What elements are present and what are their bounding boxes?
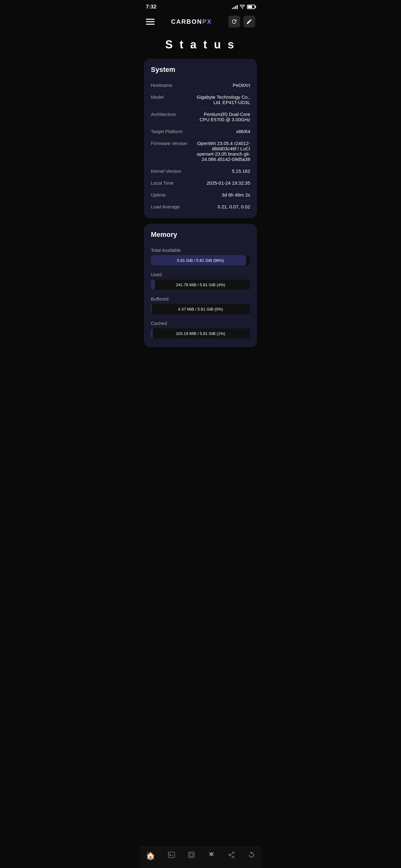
total-available-row: Total Available 5.61 GiB / 5.81 GiB (96%… [151,244,250,269]
hostname-row: Hostname PeDitXrt [151,80,250,91]
kernel-version-label: Kernel Version [151,168,195,174]
hostname-label: Hostname [151,83,195,88]
cached-bar: 103.19 MiB / 5.81 GiB (1%) [151,329,250,338]
used-text: 241.78 MiB / 5.81 GiB (4%) [151,282,250,287]
buffered-text: 4.37 MiB / 5.81 GiB (0%) [151,307,250,312]
kernel-version-value: 5.15.162 [195,168,250,174]
buffered-row: Buffered 4.37 MiB / 5.81 GiB (0%) [151,293,250,317]
firmware-version-row: Firmware Version OpenWrt 23.05.4 r24012-… [151,137,250,165]
target-platform-label: Target Platform [151,129,195,134]
local-time-row: Local Time 2025-01-24 19:32:35 [151,177,250,189]
model-value: Gigabyte Technology Co., Ltd. EP41T-UD3L [195,94,250,105]
hostname-value: PeDitXrt [195,83,250,88]
cached-label: Cached [151,320,250,326]
app-title-carbon: CARBON [171,18,202,25]
status-time: 7:32 [146,4,157,10]
total-available-label: Total Available [151,247,250,253]
architecture-value: Pentium(R) Dual-Core CPU E5700 @ 3.00GHz [195,112,250,122]
edit-button[interactable] [243,16,255,28]
load-average-label: Load Average [151,204,195,209]
firmware-version-value: OpenWrt 23.05.4 r24012-d8dd03c46f / LuCI… [195,141,250,162]
edit-icon [246,19,252,25]
target-platform-row: Target Platform x86/64 [151,126,250,137]
navbar-actions [228,16,255,28]
used-bar: 241.78 MiB / 5.81 GiB (4%) [151,280,250,290]
menu-button[interactable] [146,19,155,25]
model-label: Model [151,94,195,105]
buffered-bar: 4.37 MiB / 5.81 GiB (0%) [151,304,250,314]
uptime-row: Uptime 3d 6h 46m 2s [151,189,250,201]
total-available-bar: 5.61 GiB / 5.81 GiB (96%) [151,255,250,265]
wifi-icon [239,5,245,9]
status-icons [232,5,255,9]
architecture-row: Architecture Pentium(R) Dual-Core CPU E5… [151,108,250,126]
model-row: Model Gigabyte Technology Co., Ltd. EP41… [151,91,250,108]
cached-text: 103.19 MiB / 5.81 GiB (1%) [151,331,250,336]
used-label: Used [151,272,250,277]
local-time-value: 2025-01-24 19:32:35 [195,180,250,186]
cached-row: Cached 103.19 MiB / 5.81 GiB (1%) [151,317,250,342]
app-title: CARBONPX [171,18,212,25]
used-row: Used 241.78 MiB / 5.81 GiB (4%) [151,269,250,293]
signal-bars-icon [232,5,238,9]
battery-icon [247,5,255,9]
target-platform-value: x86/64 [195,129,250,134]
refresh-button[interactable] [228,16,240,28]
menu-line-1 [146,19,155,20]
menu-line-2 [146,21,155,22]
uptime-label: Uptime [151,192,195,197]
local-time-label: Local Time [151,180,195,186]
firmware-version-label: Firmware Version [151,141,195,162]
app-title-px: PX [202,18,212,25]
memory-card: Memory Total Available 5.61 GiB / 5.81 G… [144,224,257,347]
page-title: S t a t u s [140,38,261,51]
system-card: System Hostname PeDitXrt Model Gigabyte … [144,59,257,218]
page-title-section: S t a t u s [140,32,261,59]
memory-card-title: Memory [151,230,250,239]
buffered-label: Buffered [151,296,250,302]
load-average-row: Load Average 0.21, 0.07, 0.02 [151,201,250,213]
system-card-title: System [151,66,250,74]
architecture-label: Architecture [151,112,195,122]
status-bar: 7:32 [140,0,261,12]
uptime-value: 3d 6h 46m 2s [195,192,250,197]
menu-line-3 [146,24,155,25]
navbar: CARBONPX [140,12,261,32]
total-available-text: 5.61 GiB / 5.81 GiB (96%) [151,258,250,263]
kernel-version-row: Kernel Version 5.15.162 [151,165,250,177]
refresh-icon [231,19,237,25]
load-average-value: 0.21, 0.07, 0.02 [195,204,250,209]
